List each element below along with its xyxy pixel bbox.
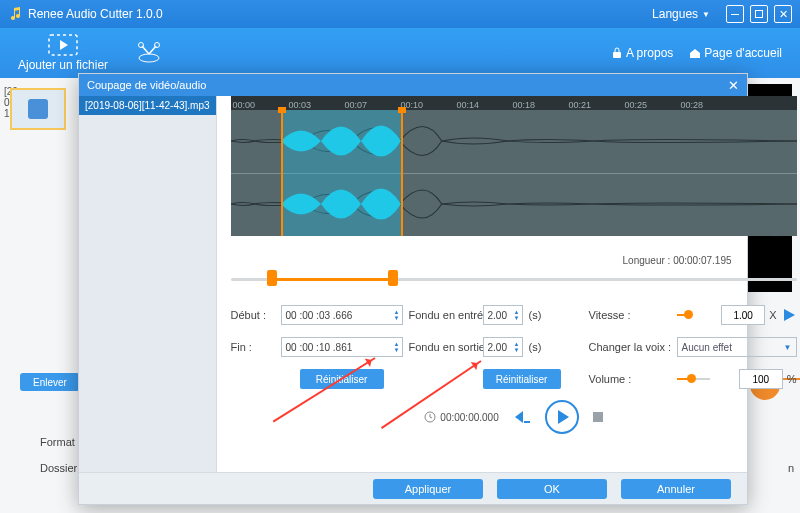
minimize-button[interactable] [726,5,744,23]
playback-bar: 00:00:00.000 [231,400,797,434]
file-list-item[interactable]: [2019-08-06][11-42-43].mp3 [79,96,216,115]
home-icon [689,47,701,59]
trim-selection [271,278,393,281]
selection-start-handle[interactable] [281,110,283,236]
dialog-titlebar: Coupage de vidéo/audio ✕ [79,74,747,96]
cut-dialog: Coupage de vidéo/audio ✕ [2019-08-06][11… [78,73,748,505]
start-time-value: 00 :00 :03 .666 [286,310,353,321]
language-menu[interactable]: Langues ▼ [652,7,710,21]
volume-unit: % [787,373,797,385]
ruler-tick: 00:18 [513,100,569,110]
svg-rect-9 [524,421,530,423]
svg-marker-8 [515,411,523,423]
home-label: Page d'accueil [704,46,782,60]
ruler-tick: 00:10 [401,100,457,110]
volume-input[interactable] [739,369,783,389]
file-thumbnail[interactable] [10,88,66,130]
main-toolbar: Ajouter un fichier A propos Page d'accue… [0,28,800,78]
volume-slider[interactable] [677,369,735,389]
fadeout-label: Fondu en sortie : [409,341,477,353]
settings-form: Début : 00 :00 :03 .666 ▲▼ Fondu en entr… [231,302,797,392]
selection-end-handle[interactable] [401,110,403,236]
lock-icon [611,47,623,59]
start-time-input[interactable]: 00 :00 :03 .666 ▲▼ [281,305,403,325]
end-label: Fin : [231,341,275,353]
step-back-icon[interactable] [513,410,531,424]
remove-button[interactable]: Enlever [20,373,80,391]
fadein-input[interactable]: 2.00 ▲▼ [483,305,523,325]
fadeout-input[interactable]: 2.00 ▲▼ [483,337,523,357]
scissors-disc-icon [134,42,164,64]
svg-rect-5 [613,52,621,58]
spinner-icon[interactable]: ▲▼ [514,309,520,321]
speed-label: Vitesse : [589,309,671,321]
app-titlebar: Renee Audio Cutter 1.0.0 Langues ▼ ✕ [0,0,800,28]
fadein-label: Fondu en entrée : [409,309,477,321]
preview-play-icon[interactable] [781,307,797,323]
svg-marker-1 [60,40,68,50]
trim-end-handle[interactable] [388,270,398,286]
spinner-icon[interactable]: ▲▼ [394,309,400,321]
play-button[interactable] [545,400,579,434]
trim-start-handle[interactable] [267,270,277,286]
stop-button[interactable] [593,412,603,422]
length-label: Longueur : 00:00:07.195 [623,255,732,266]
ruler-tick: 00:21 [569,100,625,110]
ruler-tick: 00:28 [681,100,737,110]
voice-value: Aucun effet [682,342,732,353]
close-button[interactable]: ✕ [774,5,792,23]
waveform-panel[interactable]: 00:00 00:03 00:07 00:10 00:14 00:18 00:2… [231,96,797,236]
about-link[interactable]: A propos [611,46,673,60]
file-list-sidebar: [2019-08-06][11-42-43].mp3 [79,96,217,472]
svg-point-4 [155,43,160,48]
ruler-tick: 00:14 [457,100,513,110]
cut-tool-button[interactable] [134,42,164,64]
dialog-main: 00:00 00:03 00:07 00:10 00:14 00:18 00:2… [217,96,800,472]
add-file-button[interactable]: Ajouter un fichier [18,34,108,72]
trim-slider[interactable]: Longueur : 00:00:07.195 [231,256,797,296]
svg-marker-6 [784,309,795,321]
remove-label: Enlever [33,377,67,388]
ok-button[interactable]: OK [497,479,607,499]
playback-time-value: 00:00:00.000 [440,412,498,423]
spinner-icon[interactable]: ▲▼ [514,341,520,353]
volume-label: Volume : [589,373,671,385]
play-icon [558,410,569,424]
clock-icon [424,411,436,423]
reset-fade-button[interactable]: Réinitialiser [483,369,561,389]
svg-point-2 [139,54,159,62]
time-ruler: 00:00 00:03 00:07 00:10 00:14 00:18 00:2… [231,96,797,110]
speed-slider[interactable] [677,305,718,325]
start-label: Début : [231,309,275,321]
ruler-tick: 00:07 [345,100,401,110]
chevron-down-icon: ▼ [784,343,792,352]
end-time-value: 00 :00 :10 .861 [286,342,353,353]
end-time-input[interactable]: 00 :00 :10 .861 ▲▼ [281,337,403,357]
filmstrip-icon [48,34,78,56]
maximize-button[interactable] [750,5,768,23]
speed-unit: X [769,309,776,321]
home-link[interactable]: Page d'accueil [689,46,782,60]
speed-input[interactable] [721,305,765,325]
svg-point-3 [139,43,144,48]
dialog-title: Coupage de vidéo/audio [87,79,206,91]
chevron-down-icon: ▼ [702,10,710,19]
add-file-label: Ajouter un fichier [18,58,108,72]
voice-dropdown[interactable]: Aucun effet ▼ [677,337,797,357]
unit-seconds: (s) [529,341,547,353]
about-label: A propos [626,46,673,60]
apply-button[interactable]: Appliquer [373,479,483,499]
fadein-value: 2.00 [488,310,507,321]
spinner-icon[interactable]: ▲▼ [394,341,400,353]
app-logo-icon [8,6,24,22]
selection-overlay [281,110,401,236]
app-title: Renee Audio Cutter 1.0.0 [28,7,163,21]
dialog-close-button[interactable]: ✕ [728,78,739,93]
dialog-body: [2019-08-06][11-42-43].mp3 00:00 00:03 0… [79,96,747,472]
ruler-tick: 00:25 [625,100,681,110]
cancel-button[interactable]: Annuler [621,479,731,499]
language-label: Langues [652,7,698,21]
voice-label: Changer la voix : [589,341,671,353]
unit-seconds: (s) [529,309,547,321]
music-icon [28,99,48,119]
